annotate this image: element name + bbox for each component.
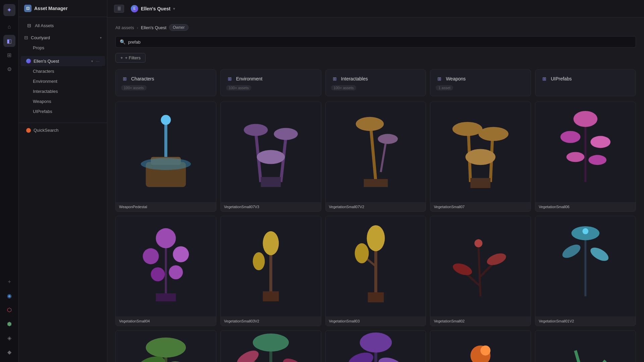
all-assets-icon: ⊟: [26, 22, 32, 28]
svg-point-3: [161, 115, 171, 125]
asset-name: VegetationSmall01V2: [535, 316, 636, 326]
rail-hex1-icon[interactable]: ⬡: [3, 304, 15, 316]
sidebar-item-characters[interactable]: Characters: [26, 66, 105, 76]
filters-button[interactable]: + + Filters: [115, 53, 146, 63]
asset-thumbnail: [221, 330, 321, 362]
category-header: ⊞ Environment: [226, 75, 316, 82]
breadcrumb-owner-badge[interactable]: Owner: [169, 24, 188, 31]
asset-thumbnail: [430, 102, 531, 202]
svg-point-27: [589, 155, 607, 165]
rail-hex2-icon[interactable]: ⬢: [3, 318, 15, 330]
asset-card[interactable]: VegetationSmall02: [430, 216, 531, 326]
breadcrumb: All assets › Ellen's Quest Owner: [115, 24, 636, 31]
courtyard-chevron: ▾: [100, 36, 102, 40]
asset-card[interactable]: VegetationMedium02: [220, 330, 321, 362]
sidebar-courtyard-header[interactable]: ⊟ Courtyard ▾: [19, 33, 107, 43]
sidebar-title: Asset Manager: [34, 6, 68, 11]
category-count: 100+ assets: [121, 85, 147, 90]
svg-rect-15: [364, 179, 388, 187]
asset-card[interactable]: VegetationSmall07V2: [325, 102, 426, 212]
asset-card[interactable]: VegetationSmall03V2: [220, 216, 321, 326]
sidebar-item-environment[interactable]: Environment: [26, 76, 105, 86]
category-card[interactable]: ⊞ Environment 100+ assets: [220, 69, 321, 96]
asset-card[interactable]: VegetationMedium03: [115, 330, 216, 362]
rail-settings-icon[interactable]: ⚙: [3, 63, 15, 75]
rail-assets-icon[interactable]: ◧: [3, 35, 15, 47]
courtyard-children: Props: [19, 43, 107, 53]
rail-grid-icon[interactable]: ⊞: [3, 49, 15, 61]
sidebar-header-icon: ⊡: [24, 5, 32, 12]
svg-point-24: [560, 131, 581, 143]
sidebar-header: ⊡ Asset Manager: [19, 0, 107, 17]
ellens-quest-chevron: ▾: [91, 59, 93, 63]
sidebar-item-quick-search[interactable]: QuickSearch: [21, 125, 105, 135]
ellens-quest-more[interactable]: ···: [96, 58, 100, 64]
breadcrumb-project[interactable]: Ellen's Quest: [141, 25, 166, 30]
category-icon: ⊞: [226, 75, 233, 82]
rail-add-icon[interactable]: ＋: [3, 276, 15, 288]
asset-card[interactable]: SpitterRagdoll: [535, 330, 636, 362]
asset-thumbnail: [116, 330, 216, 362]
sidebar-item-ui-prefabs[interactable]: UIPrefabs: [26, 107, 105, 116]
svg-line-79: [576, 350, 586, 362]
category-icon: ⊞: [121, 75, 128, 82]
category-card[interactable]: ⊞ UIPrefabs: [535, 69, 636, 96]
category-card[interactable]: ⊞ Weapons 1 asset: [430, 69, 531, 96]
asset-card[interactable]: VegetationSmall04: [115, 216, 216, 326]
svg-point-71: [376, 354, 405, 362]
asset-card[interactable]: WeaponPedestal: [115, 102, 216, 212]
asset-card[interactable]: VegetationSmall07V3: [220, 102, 321, 212]
svg-point-29: [156, 228, 176, 248]
sidebar-item-interactables[interactable]: Interactables: [26, 86, 105, 96]
search-input[interactable]: [128, 40, 632, 45]
breadcrumb-sep1: ›: [137, 25, 138, 30]
svg-rect-10: [261, 177, 281, 187]
rail-circle-icon[interactable]: ◉: [3, 290, 15, 302]
category-name: Interactables: [341, 76, 368, 81]
category-card[interactable]: ⊞ Characters 100+ assets: [115, 69, 216, 96]
asset-thumbnail: [116, 102, 216, 202]
svg-rect-34: [156, 293, 176, 301]
svg-point-19: [479, 127, 509, 141]
sidebar-toggle-button[interactable]: ☰: [114, 5, 124, 13]
svg-point-49: [475, 239, 483, 247]
svg-point-53: [588, 245, 611, 263]
asset-name: VegetationSmall03: [326, 316, 426, 326]
asset-name: VegetationSmall07: [430, 202, 531, 212]
svg-point-33: [169, 265, 183, 279]
asset-card[interactable]: Switch: [430, 330, 531, 362]
ellens-quest-label: Ellen's Quest: [34, 59, 89, 64]
asset-card[interactable]: VegetationMedium01: [325, 330, 426, 362]
sidebar-section-main: ⊟ All Assets ⊟ Courtyard ▾ Props Ellen's…: [19, 17, 107, 121]
breadcrumb-all-assets[interactable]: All assets: [115, 25, 134, 30]
category-icon: ⊞: [331, 75, 338, 82]
sidebar-item-props[interactable]: Props: [26, 43, 105, 53]
svg-point-42: [355, 243, 369, 263]
asset-card[interactable]: VegetationSmall06: [535, 102, 636, 212]
project-selector[interactable]: E Ellen's Quest ▾: [128, 4, 178, 14]
asset-card[interactable]: VegetationSmall03: [325, 216, 426, 326]
sidebar-item-weapons[interactable]: Weapons: [26, 97, 105, 106]
category-header: ⊞ Characters: [121, 75, 211, 82]
sidebar-item-all-assets[interactable]: ⊟ All Assets: [21, 20, 105, 31]
category-icon: ⊞: [541, 75, 548, 82]
asset-thumbnail: [116, 216, 216, 316]
category-header: ⊞ Weapons: [436, 75, 525, 82]
category-card[interactable]: ⊞ Interactables 100+ assets: [325, 69, 426, 96]
svg-point-57: [146, 338, 186, 358]
asset-thumbnail: [326, 330, 426, 362]
asset-thumbnail: [430, 330, 531, 362]
sidebar-ellens-quest-header[interactable]: Ellen's Quest ▾ ···: [21, 56, 105, 66]
asset-thumbnail: [326, 102, 426, 202]
category-icon: ⊞: [436, 75, 443, 82]
rail-gem-icon[interactable]: ◆: [3, 346, 15, 358]
rail-diamond-icon[interactable]: ◈: [3, 332, 15, 344]
app-logo: ✦: [3, 4, 15, 16]
courtyard-layer-icon: ⊟: [24, 35, 28, 40]
asset-card[interactable]: VegetationSmall01V2: [535, 216, 636, 326]
asset-card[interactable]: VegetationSmall07: [430, 102, 531, 212]
props-label: Props: [33, 45, 100, 50]
svg-point-59: [164, 358, 198, 362]
rail-home-icon[interactable]: ⌂: [3, 21, 15, 33]
svg-line-44: [479, 246, 481, 296]
